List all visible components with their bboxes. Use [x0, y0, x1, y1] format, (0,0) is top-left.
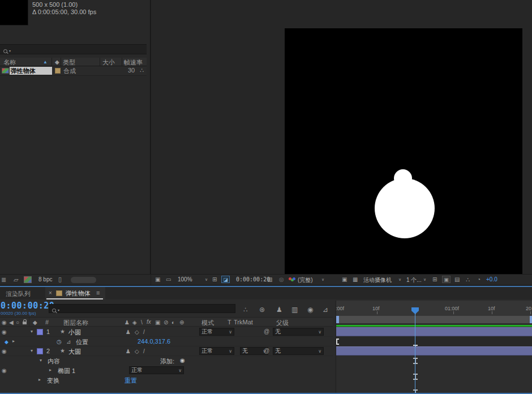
layer-bar-1[interactable] [336, 327, 532, 336]
collapse-switch-icon[interactable]: ◇ [135, 349, 139, 354]
transform-label[interactable]: 变换 [47, 376, 59, 385]
primary-viewer-icon[interactable]: ▭ [166, 277, 171, 282]
parent-dropdown[interactable]: 无∨ [273, 347, 324, 355]
label-column-icon[interactable]: ◆ [55, 59, 59, 65]
work-area-start-handle[interactable] [336, 316, 339, 323]
stopwatch-icon[interactable]: ◷ [57, 339, 62, 345]
layer-label-chip[interactable] [37, 348, 43, 354]
camera-dropdown[interactable]: 活动摄像机 [363, 276, 392, 284]
view-layout-dropdown[interactable]: 1 个... [406, 276, 422, 284]
hide-shy-layers-icon[interactable]: ♟ [276, 306, 282, 313]
column-trkmat[interactable]: TrkMat [234, 319, 253, 326]
camera-chevron-icon[interactable]: ∨ [398, 277, 401, 281]
exposure-value[interactable]: +0.0 [486, 276, 497, 282]
playhead-line[interactable] [415, 307, 415, 393]
blend-mode-dropdown[interactable]: 正常∨ [199, 328, 234, 336]
reset-link[interactable]: 重置 [125, 376, 137, 385]
magnification-dropdown[interactable]: 100% [178, 276, 192, 282]
panel-resize-pill[interactable] [71, 277, 96, 283]
magnification-chevron-icon[interactable]: ∨ [205, 277, 208, 281]
ellipse-label[interactable]: 椭圆 1 [58, 367, 75, 375]
shy-switch-icon[interactable]: ♟ [126, 349, 131, 354]
mask-visibility-icon[interactable]: ◪ [221, 276, 230, 283]
eye-icon[interactable]: ◉ [2, 349, 7, 354]
current-timecode[interactable]: 0:00:00:20 [1, 301, 54, 311]
column-layer-name[interactable]: 图层名称 [63, 319, 88, 327]
summary-keyframe[interactable] [413, 389, 418, 393]
project-item-row[interactable]: 弹性物体 合成 30 ∴ [0, 66, 147, 76]
quality-switch-icon[interactable]: / [143, 329, 145, 335]
eye-icon[interactable]: ◉ [2, 329, 7, 335]
draft-3d-icon[interactable]: ⊛ [259, 306, 265, 313]
flowchart-icon[interactable]: ∴ [466, 277, 470, 283]
bit-depth-button[interactable]: 8 bpc [38, 276, 52, 282]
show-snapshot-icon[interactable]: ◎ [279, 277, 284, 282]
timeline-search-bar[interactable]: ▾ [49, 304, 235, 313]
keyframe[interactable] [336, 339, 339, 345]
position-value[interactable]: 244.0,317.6 [138, 338, 170, 345]
transform-group-row[interactable]: ▸ 变换 重置 [0, 375, 333, 385]
exposure-icon[interactable]: ◔ [477, 277, 480, 282]
collapse-switch-icon[interactable]: ◇ [135, 329, 139, 335]
column-mode[interactable]: 模式 [201, 319, 214, 327]
new-composition-icon[interactable] [24, 276, 32, 283]
contents-label[interactable]: 内容 [48, 357, 60, 366]
graph-editor-icon[interactable]: ⊿ [323, 306, 328, 313]
always-preview-icon[interactable]: ▣ [155, 277, 160, 282]
time-ruler[interactable]: :00f 10f 01:00f 10f 20 [336, 301, 532, 316]
project-search-bar[interactable]: ▾ [0, 44, 147, 54]
search-dropdown-arrow-icon[interactable]: ▾ [9, 49, 11, 53]
quality-switch-icon[interactable]: / [143, 349, 145, 354]
parent-dropdown[interactable]: 无∨ [273, 328, 324, 336]
resolution-chevron-icon[interactable]: ∨ [321, 277, 324, 281]
item-name-edit-field[interactable]: 弹性物体 [10, 67, 52, 75]
position-property-row[interactable]: ◆ ▸ ◷ ⊿ 位置 244.0,317.6 [0, 337, 333, 346]
blend-mode-dropdown[interactable]: 正常∨ [199, 347, 234, 355]
resolution-dropdown[interactable]: (完整) [298, 276, 313, 284]
ellipse-blend-mode-dropdown[interactable]: 正常∨ [129, 366, 184, 374]
transparency-grid-icon[interactable]: ▦ [353, 277, 358, 282]
tab-render-queue[interactable]: 渲染队列 [6, 290, 31, 298]
column-name[interactable]: 名称 [3, 58, 16, 67]
close-tab-icon[interactable]: × [49, 290, 52, 296]
grid-guides-icon[interactable]: ⊞ [432, 277, 437, 282]
panel-list-icon[interactable]: ≣ [1, 277, 6, 283]
position-label[interactable]: 位置 [76, 338, 88, 346]
layer-bar-2[interactable] [336, 346, 532, 356]
comp-mini-flowchart-icon[interactable]: ∴ [243, 306, 248, 313]
preview-time-icon[interactable]: ▤ [454, 277, 460, 282]
layer-name[interactable]: 小圆 [68, 328, 81, 337]
work-area-end-handle[interactable] [530, 316, 532, 323]
viewer-timecode[interactable]: 0:00:00:20 [236, 276, 270, 282]
new-folder-icon[interactable]: ▱ [14, 277, 18, 283]
take-snapshot-icon[interactable]: ▧ [267, 277, 272, 282]
expander-icon[interactable]: ▾ [40, 358, 42, 363]
view-options-icon[interactable]: ▣ [442, 276, 451, 283]
column-parent[interactable]: 父级 [276, 319, 289, 327]
composition-canvas[interactable] [285, 28, 522, 274]
column-framerate[interactable]: 帧速率 [124, 58, 143, 67]
graph-include-icon[interactable]: ⊿ [66, 339, 71, 345]
sort-ascending-icon[interactable]: ▲ [43, 59, 48, 65]
layer-row-2[interactable]: ◉ ▾ 2 ★ 大圆 ♟ ◇ / 正常∨ 无∨ @ 无∨ [0, 346, 333, 356]
parent-pickwhip-icon[interactable]: @ [264, 348, 269, 354]
expander-icon[interactable]: ▾ [31, 329, 33, 334]
add-button-icon[interactable]: ◉ [180, 358, 185, 363]
ellipse-group-row[interactable]: ◉ ▸ 椭圆 1 正常∨ [0, 366, 333, 375]
frame-blending-icon[interactable]: ▥ [291, 306, 298, 313]
trash-icon[interactable]: ▯ [58, 276, 62, 282]
layer-row-1[interactable]: ◉ ▾ 1 ★ 小圆 ♟ ◇ / 正常∨ @ 无∨ [0, 327, 333, 337]
work-area-bar[interactable] [336, 316, 532, 323]
region-of-interest-icon[interactable]: ▣ [342, 277, 347, 282]
layer-name[interactable]: 大圆 [68, 348, 81, 356]
eye-icon[interactable]: ◉ [2, 368, 7, 374]
column-type[interactable]: 类型 [63, 58, 75, 67]
view-layout-chevron-icon[interactable]: ∨ [423, 277, 426, 281]
roi-icon[interactable]: ⊞ [212, 277, 217, 282]
tab-composition-active[interactable]: × 弹性物体 ≡ [45, 287, 105, 299]
timeline-search-arrow-icon[interactable]: ▾ [58, 309, 59, 312]
label-color-chip[interactable] [55, 68, 61, 74]
expander-icon[interactable]: ▸ [38, 378, 41, 382]
expander-icon[interactable]: ▾ [31, 349, 33, 353]
shy-switch-icon[interactable]: ♟ [126, 329, 131, 335]
